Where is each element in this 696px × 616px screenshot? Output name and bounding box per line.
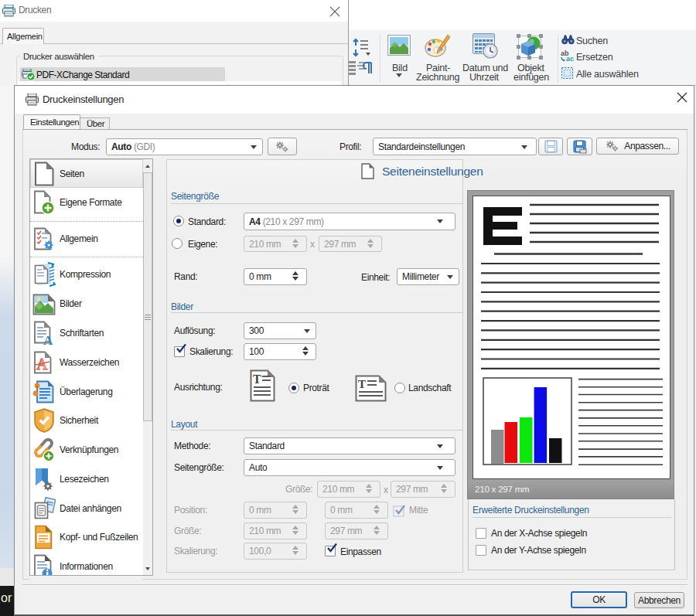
svg-text:ac: ac — [566, 55, 574, 62]
svg-text:T: T — [358, 378, 366, 390]
svg-text:T: T — [253, 373, 261, 386]
svg-text:A: A — [43, 333, 53, 345]
